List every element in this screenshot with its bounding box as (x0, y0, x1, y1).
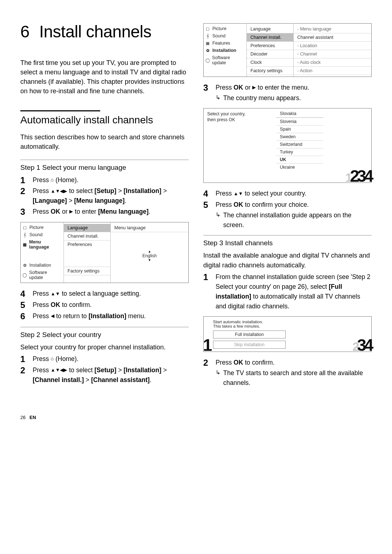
features-icon: ▦ (205, 41, 210, 46)
page-footer: 26 EN (0, 407, 392, 431)
chapter-title: Install channels (39, 22, 151, 41)
down-arrow-icon: ▼ (148, 258, 151, 262)
sound-icon: 𝄞 (205, 33, 210, 38)
picture-icon: ▢ (205, 26, 210, 31)
result-arrow-icon: ↳ (216, 368, 220, 388)
section-lead: This section describes how to search and… (20, 132, 189, 151)
home-icon: ⌂ (51, 176, 54, 184)
menu-language-ui: ▢Picture 𝄞Sound ▦Menu language ✿Installa… (20, 222, 189, 283)
step3-lead: Install the available analogue and digit… (203, 251, 372, 270)
left-arrow-icon: ◀ (51, 312, 54, 320)
chapter-number: 6 (20, 22, 39, 41)
skip-install-button: Skip installation (213, 341, 286, 349)
step2-list-cont2: 4 Press ▲▼ to select your country. 5 Pre… (203, 189, 372, 230)
up-down-arrows-icon: ▲▼ (234, 190, 243, 197)
install-icon: ✿ (22, 263, 27, 268)
step2-lead: Select your country for proper channel i… (20, 342, 189, 352)
divider (203, 235, 372, 235)
divider (20, 327, 189, 327)
result-arrow-icon: ↳ (216, 210, 220, 230)
step3-list-cont: 2 Press OK to confirm. ↳The TV starts to… (203, 358, 372, 388)
right-arrow-icon: ▶ (252, 84, 256, 91)
section-heading: Automatically install channels (20, 114, 189, 126)
step1-heading: Step 1 Select your menu language (20, 164, 189, 172)
right-arrow-icon: ▶ (69, 208, 73, 215)
divider (20, 160, 189, 160)
up-arrow-icon: ▲ (148, 250, 151, 253)
nav-arrows-icon: ▲▼◀▶ (51, 366, 68, 374)
home-icon: ⌂ (51, 355, 54, 363)
chapter-heading: 6Install channels (20, 22, 189, 41)
step2-list-cont: 3 Press OK or ▶ to enter the menu. ↳The … (203, 83, 372, 103)
result-arrow-icon: ↳ (216, 93, 220, 103)
step2-list: 1 Press ⌂ (Home). 2 Press ▲▼◀▶ to select… (20, 354, 189, 385)
wizard-step-digits: 234 (352, 338, 371, 352)
sound-icon: 𝄞 (22, 232, 27, 237)
update-icon: ◯ (205, 58, 210, 63)
step1-list-cont: 4 Press ▲▼ to select a language setting.… (20, 289, 189, 321)
step3-heading: Step 3 Install channels (203, 239, 372, 247)
channel-install-ui: ▢Picture 𝄞Sound ▦Features ✿Installation … (203, 23, 372, 77)
full-install-ui: 1 Start automatic installation. This tak… (203, 316, 372, 352)
features-icon: ▦ (22, 242, 27, 247)
up-down-arrows-icon: ▲▼ (51, 290, 60, 297)
install-icon: ✿ (205, 48, 210, 53)
full-install-button: Full installation (213, 331, 286, 338)
step2-heading: Step 2 Select your country (20, 331, 189, 339)
country-select-ui: Select your country, then press OK Slova… (203, 108, 372, 183)
nav-arrows-icon: ▲▼◀▶ (51, 188, 68, 195)
wizard-step-digits: 1234 (345, 169, 371, 183)
chapter-intro: The first time you set up your TV, you a… (20, 58, 189, 96)
step1-list: 1 Press ⌂ (Home). 2 Press ▲▼◀▶ to select… (20, 175, 189, 217)
picture-icon: ▢ (22, 225, 27, 230)
divider (20, 110, 100, 111)
step3-list: 1 From the channel installation guide sc… (203, 272, 372, 312)
update-icon: ◯ (22, 272, 27, 278)
